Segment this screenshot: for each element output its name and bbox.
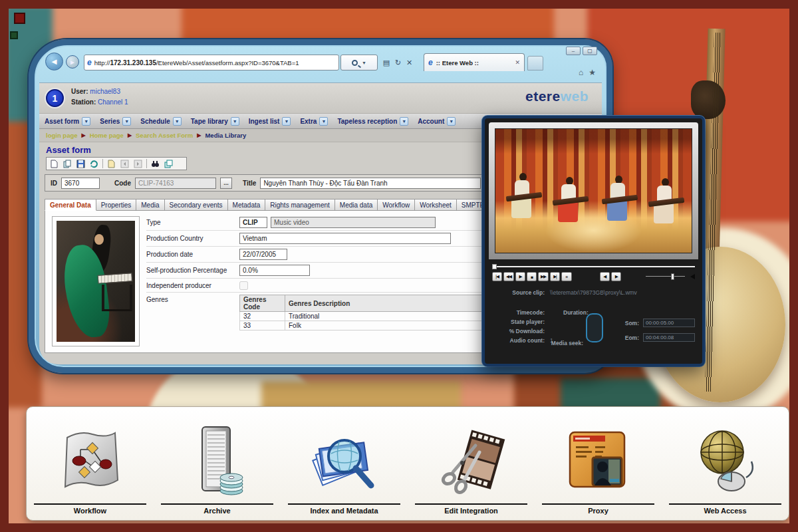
menu-schedule[interactable]: Schedule▼ bbox=[140, 117, 181, 126]
country-field[interactable] bbox=[239, 233, 451, 244]
volume-slider[interactable] bbox=[646, 273, 685, 281]
back-button[interactable]: ◄ bbox=[45, 53, 63, 70]
tab-media-data[interactable]: Media data bbox=[335, 199, 378, 211]
star-icon[interactable]: ★ bbox=[589, 68, 596, 77]
independent-producer-checkbox[interactable] bbox=[239, 281, 248, 290]
lute-illustration bbox=[691, 80, 726, 119]
workflow-icon bbox=[54, 422, 127, 503]
refresh-button[interactable] bbox=[88, 159, 100, 169]
skip-end-button[interactable]: ▶| bbox=[550, 272, 560, 281]
stop-icon[interactable]: ✕ bbox=[406, 59, 412, 67]
menu-series[interactable]: Series▼ bbox=[100, 117, 131, 126]
chevron-down-icon[interactable]: ▼ bbox=[282, 117, 291, 126]
minimize-button[interactable]: – bbox=[566, 47, 581, 55]
chevron-down-icon[interactable]: ▼ bbox=[122, 117, 131, 126]
tab-close-icon[interactable]: ✕ bbox=[515, 59, 520, 66]
tab-metadata[interactable]: Metadata bbox=[228, 199, 266, 211]
search-binoculars-button[interactable] bbox=[150, 159, 161, 169]
feature-web-access[interactable]: Web Access bbox=[662, 407, 789, 520]
frame-back-button[interactable]: ◀ bbox=[600, 272, 610, 281]
thumbnail-figure bbox=[102, 285, 132, 311]
feature-rule bbox=[161, 503, 273, 505]
tab-general-data[interactable]: General Data bbox=[45, 199, 96, 211]
menu-extra[interactable]: Extra▼ bbox=[300, 117, 328, 126]
code-browse-button[interactable]: ... bbox=[220, 178, 232, 189]
user-value[interactable]: michael83 bbox=[90, 88, 120, 95]
new-from-template-button[interactable] bbox=[106, 159, 117, 169]
stop-button[interactable]: ■ bbox=[527, 272, 537, 281]
tab-rights-management[interactable]: Rights management bbox=[265, 199, 335, 211]
seek-bar[interactable] bbox=[492, 264, 695, 269]
browser-tab[interactable]: e :: Etere Web :: ✕ bbox=[424, 53, 525, 71]
self-production-field[interactable] bbox=[239, 265, 310, 276]
genres-label: Genres bbox=[146, 295, 239, 303]
breadcrumb-search-asset-form[interactable]: Search Asset Form bbox=[136, 132, 193, 139]
eom-value[interactable]: 00:04:00.08 bbox=[643, 333, 695, 342]
title-field[interactable] bbox=[260, 178, 481, 189]
independent-producer-label: Independent producer bbox=[146, 282, 239, 289]
seek-thumb[interactable] bbox=[492, 264, 497, 269]
next-record-button[interactable] bbox=[132, 159, 144, 169]
maximize-button[interactable]: ▢ bbox=[583, 47, 597, 55]
frame-forward-button[interactable]: ▶ bbox=[611, 272, 621, 281]
menu-asset-form[interactable]: Asset form▼ bbox=[45, 117, 90, 126]
type-label: Type bbox=[146, 219, 239, 226]
genres-code-header[interactable]: Genres Code bbox=[240, 295, 285, 312]
forward-button[interactable]: ► bbox=[66, 55, 79, 68]
tab-workflow[interactable]: Workflow bbox=[378, 199, 415, 211]
search-box[interactable]: ▼ bbox=[340, 55, 378, 70]
search-dropdown-icon[interactable]: ▼ bbox=[362, 61, 366, 65]
url-text[interactable]: http://172.31.230.135/EtereWeb/Asset/ass… bbox=[94, 59, 299, 66]
duplicate-window-button[interactable] bbox=[163, 159, 174, 169]
id-field[interactable] bbox=[61, 178, 100, 189]
menu-account[interactable]: Account▼ bbox=[418, 117, 456, 126]
breadcrumb-login-page[interactable]: login page bbox=[46, 132, 78, 139]
station-value[interactable]: Channel 1 bbox=[98, 98, 128, 106]
previous-record-button[interactable] bbox=[119, 159, 130, 169]
breadcrumb-home-page[interactable]: Home page bbox=[90, 132, 124, 139]
play-button[interactable]: ▶ bbox=[515, 272, 525, 281]
address-bar[interactable]: e http://172.31.230.135/EtereWeb/Asset/a… bbox=[84, 55, 339, 70]
media-seek-widget[interactable] bbox=[586, 313, 603, 342]
player-menu-button[interactable]: ≡ bbox=[561, 272, 571, 281]
feature-index-metadata[interactable]: Index and Metadata bbox=[281, 407, 408, 520]
home-icon[interactable]: ⌂ bbox=[579, 68, 583, 77]
compatibility-icon[interactable]: ▤ bbox=[383, 59, 390, 67]
new-asset-button[interactable] bbox=[49, 159, 60, 169]
som-value[interactable]: 00:00:05.00 bbox=[643, 319, 695, 327]
chevron-down-icon[interactable]: ▼ bbox=[82, 117, 90, 126]
feature-archive[interactable]: Archive bbox=[154, 407, 281, 520]
save-button[interactable] bbox=[75, 159, 86, 169]
toolbar-separator bbox=[146, 159, 147, 168]
menu-tapeless-reception[interactable]: Tapeless reception▼ bbox=[337, 117, 408, 126]
tab-worksheet[interactable]: Worksheet bbox=[415, 199, 457, 211]
chevron-down-icon[interactable]: ▼ bbox=[319, 117, 328, 126]
copy-asset-button[interactable] bbox=[62, 159, 73, 169]
tab-media[interactable]: Media bbox=[136, 199, 164, 211]
skip-start-button[interactable]: |◀ bbox=[492, 272, 502, 281]
genre-code-cell: 33 bbox=[240, 321, 285, 331]
menu-tape-library[interactable]: Tape library▼ bbox=[191, 117, 239, 126]
chevron-down-icon[interactable]: ▼ bbox=[173, 117, 182, 126]
type-code-field[interactable] bbox=[239, 217, 267, 228]
chevron-down-icon[interactable]: ▼ bbox=[447, 117, 456, 126]
tab-properties[interactable]: Properties bbox=[96, 199, 137, 211]
rewind-button[interactable]: ◀◀ bbox=[503, 272, 513, 281]
code-field[interactable] bbox=[135, 178, 216, 189]
video-display[interactable] bbox=[495, 128, 692, 253]
date-field[interactable] bbox=[239, 249, 287, 260]
asset-toolbar bbox=[46, 157, 187, 170]
feature-workflow[interactable]: Workflow bbox=[27, 407, 154, 520]
chevron-down-icon[interactable]: ▼ bbox=[400, 117, 408, 126]
volume-thumb[interactable] bbox=[671, 273, 674, 280]
fast-forward-button[interactable]: ▶▶ bbox=[538, 272, 548, 281]
feature-edit-integration[interactable]: Edit Integration bbox=[408, 407, 535, 520]
eom-label: Eom: bbox=[615, 334, 639, 341]
type-desc-field[interactable] bbox=[271, 217, 436, 228]
refresh-icon[interactable]: ↻ bbox=[395, 59, 401, 67]
feature-proxy[interactable]: Proxy bbox=[535, 407, 662, 520]
new-tab-button[interactable] bbox=[527, 56, 543, 70]
menu-ingest-list[interactable]: Ingest list▼ bbox=[249, 117, 291, 126]
chevron-down-icon[interactable]: ▼ bbox=[231, 117, 239, 126]
tab-secondary-events[interactable]: Secondary events bbox=[165, 199, 228, 211]
